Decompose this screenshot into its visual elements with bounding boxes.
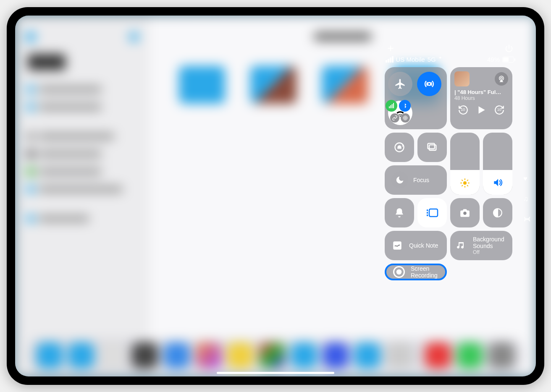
stage-manager-toggle[interactable]	[417, 198, 447, 227]
svg-rect-4	[389, 106, 390, 108]
bluetooth-toggle[interactable]	[399, 100, 411, 112]
network-label: 5G	[428, 56, 436, 63]
svg-line-25	[467, 180, 468, 180]
connectivity-module[interactable]	[385, 67, 447, 129]
play-button[interactable]	[476, 105, 487, 115]
svg-point-30	[463, 212, 467, 215]
control-center: US Mobile 5G ✦ 49%	[385, 44, 515, 280]
svg-point-8	[405, 118, 406, 118]
screen: US Mobile 5G ✦ 49%	[15, 16, 536, 376]
svg-marker-13	[478, 106, 485, 113]
svg-point-34	[396, 269, 402, 275]
svg-rect-6	[392, 104, 393, 108]
screen-recording-label-1: Screen	[411, 265, 438, 272]
svg-point-3	[428, 82, 431, 85]
quick-note-button[interactable]: Quick Note	[385, 231, 447, 260]
svg-line-21	[467, 186, 468, 186]
svg-line-24	[462, 186, 462, 186]
camera-button[interactable]	[450, 198, 480, 227]
silent-mode-toggle[interactable]	[385, 198, 414, 227]
quick-note-icon	[391, 239, 404, 252]
status-bar: US Mobile 5G ✦ 49%	[385, 56, 515, 63]
svg-point-12	[501, 77, 503, 79]
background-sounds-label: Background Sounds	[473, 236, 506, 249]
airdrop-toggle[interactable]	[417, 72, 441, 96]
power-button[interactable]	[505, 44, 513, 52]
signal-bars-icon	[386, 56, 394, 63]
media-title: | "48 Hours" Ful…	[454, 89, 508, 95]
svg-rect-27	[427, 212, 428, 214]
carrier-label: US Mobile	[396, 56, 425, 63]
brightness-slider[interactable]	[450, 133, 480, 195]
battery-icon	[502, 57, 514, 63]
brightness-icon	[460, 178, 470, 188]
volume-slider[interactable]	[483, 133, 512, 195]
svg-rect-7	[393, 103, 394, 108]
skip-forward-button[interactable]: 10	[494, 105, 505, 115]
screen-recording-label-2: Recording	[411, 272, 438, 279]
svg-line-20	[462, 180, 462, 180]
battery-percent: 49%	[487, 56, 500, 63]
background-sounds-icon	[456, 239, 468, 252]
svg-rect-29	[429, 209, 438, 217]
focus-label: Focus	[413, 177, 429, 183]
airplay-button[interactable]	[495, 72, 508, 86]
background-sounds-state: Off	[473, 249, 506, 255]
airplane-mode-toggle[interactable]	[388, 72, 412, 96]
skip-back-button[interactable]: 10	[458, 105, 469, 115]
ipad-frame: US Mobile 5G ✦ 49%	[7, 7, 544, 385]
orientation-lock-toggle[interactable]	[385, 133, 414, 162]
media-subtitle: 48 Hours	[454, 95, 508, 101]
favorites-page-indicator[interactable]: ♥	[523, 175, 531, 183]
moon-icon	[391, 172, 408, 188]
cellular-toggle[interactable]	[386, 100, 397, 112]
music-page-indicator[interactable]: ♫	[523, 195, 531, 203]
connectivity-page-indicator[interactable]	[523, 215, 531, 223]
home-indicator[interactable]	[217, 372, 334, 374]
svg-rect-28	[427, 214, 428, 216]
screen-mirroring-button[interactable]	[417, 133, 447, 162]
volume-icon	[492, 177, 503, 188]
album-art	[454, 71, 470, 86]
wifi-toggle[interactable]	[388, 101, 412, 125]
page-indicators[interactable]: ♥ ♫	[523, 175, 531, 223]
svg-point-17	[463, 181, 467, 185]
svg-rect-5	[390, 105, 391, 108]
record-icon	[392, 265, 406, 279]
dark-mode-toggle[interactable]	[483, 198, 512, 227]
focus-button[interactable]: Focus	[385, 165, 447, 195]
media-module[interactable]: | "48 Hours" Ful… 48 Hours 10 10	[450, 67, 512, 129]
screen-recording-button[interactable]: Screen Recording	[385, 264, 447, 280]
quick-note-label: Quick Note	[409, 242, 438, 249]
vpn-toggle[interactable]	[390, 113, 399, 123]
add-control-button[interactable]	[386, 44, 395, 52]
svg-rect-26	[427, 209, 428, 211]
hotspot-toggle[interactable]	[401, 113, 410, 123]
svg-rect-32	[393, 241, 401, 250]
background-sounds-button[interactable]: Background Sounds Off	[450, 231, 512, 260]
